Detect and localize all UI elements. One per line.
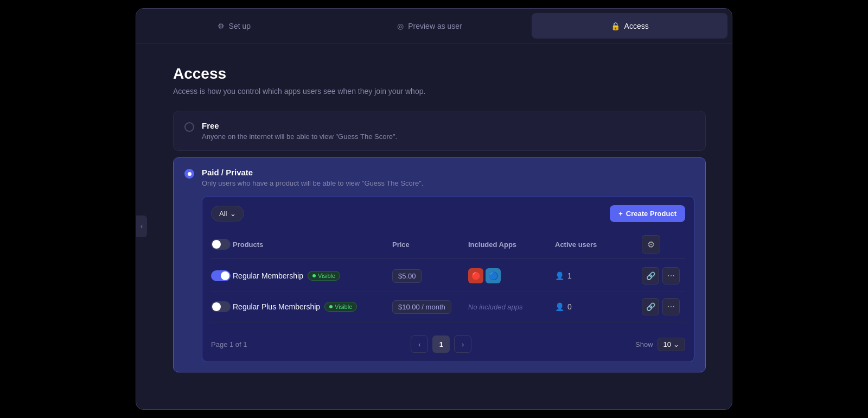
row2-price: $10.00 / month <box>392 300 451 314</box>
nav-label-preview: Preview as user <box>408 22 462 30</box>
included-apps-col-header: Included Apps <box>468 240 555 249</box>
plus-icon: + <box>618 210 623 218</box>
show-label: Show <box>635 340 653 349</box>
page-info: Page 1 of 1 <box>211 340 247 349</box>
option-free-content: Free Anyone on the internet will be able… <box>202 121 397 141</box>
option-paid-label: Paid / Private <box>202 168 694 177</box>
show-select[interactable]: 10 ⌄ <box>658 338 685 351</box>
row2-name-text: Regular Plus Membership <box>233 302 320 311</box>
top-nav: ⚙ Set up ◎ Preview as user 🔒 Access <box>136 9 732 43</box>
active-users-col-header: Active users <box>555 240 642 249</box>
main-content: ‹ Access Access is how you control which… <box>136 43 732 409</box>
table-header: Products Price Included Apps Active user… <box>211 231 685 258</box>
current-page: 1 <box>432 335 450 353</box>
chevron-down-icon: ⌄ <box>230 210 236 218</box>
row1-name-text: Regular Membership <box>233 271 303 280</box>
products-section: All ⌄ + Create Product <box>202 196 694 362</box>
row1-app-icons: 🔴 🔵 <box>468 268 555 283</box>
filter-button[interactable]: All ⌄ <box>211 206 244 221</box>
user-icon: 👤 <box>555 271 564 280</box>
row1-app-icon-red: 🔴 <box>468 268 483 283</box>
row2-product-name: Regular Plus Membership Visible <box>233 302 392 312</box>
collapse-icon: ‹ <box>141 223 143 230</box>
table-row: Regular Membership Visible $5.00 🔴 <box>211 261 685 292</box>
pagination: Page 1 of 1 ‹ 1 › S <box>211 331 685 353</box>
row1-app-icon-blue: 🔵 <box>486 268 501 283</box>
radio-paid-inner <box>188 172 192 176</box>
create-product-label: Create Product <box>626 210 676 218</box>
option-paid-content: Paid / Private Only users who have a pro… <box>202 168 694 362</box>
lock-icon: 🔒 <box>611 22 620 30</box>
option-free[interactable]: Free Anyone on the internet will be able… <box>173 111 706 151</box>
row2-visible-dot <box>329 305 333 308</box>
row2-more-button[interactable]: ⋯ <box>662 298 680 315</box>
row2-toggle-cell <box>211 301 233 312</box>
settings-col-header: ⚙ <box>642 235 685 254</box>
master-toggle[interactable] <box>211 239 231 250</box>
nav-item-preview[interactable]: ◎ Preview as user <box>332 9 528 43</box>
filter-label: All <box>219 210 227 218</box>
row2-no-apps: No included apps <box>468 303 522 311</box>
row1-toggle[interactable] <box>211 270 231 281</box>
chevron-right-icon: › <box>462 340 464 349</box>
table-row: Regular Plus Membership Visible $10.00 /… <box>211 292 685 322</box>
row2-price-cell: $10.00 / month <box>392 300 468 314</box>
products-toolbar: All ⌄ + Create Product <box>211 205 685 222</box>
prev-page-button[interactable]: ‹ <box>411 335 428 353</box>
page-area: Access Access is how you control which a… <box>147 43 732 409</box>
nav-label-setup: Set up <box>229 22 251 30</box>
next-page-button[interactable]: › <box>454 335 471 353</box>
create-product-button[interactable]: + Create Product <box>610 205 685 222</box>
nav-item-access[interactable]: 🔒 Access <box>532 13 727 39</box>
show-controls: Show 10 ⌄ <box>635 338 685 351</box>
page-title: Access <box>173 65 706 83</box>
radio-paid <box>184 169 194 179</box>
row2-user-count: 0 <box>567 302 572 311</box>
row2-app-icons: No included apps <box>468 302 555 312</box>
price-col-header: Price <box>392 240 468 249</box>
row1-more-button[interactable]: ⋯ <box>662 267 680 284</box>
row1-price-cell: $5.00 <box>392 269 468 283</box>
products-col-header: Products <box>233 240 392 249</box>
page-controls: ‹ 1 › <box>411 335 471 353</box>
option-paid-desc: Only users who have a product will be ab… <box>202 179 694 187</box>
row1-link-button[interactable]: 🔗 <box>642 267 659 284</box>
row1-visible-dot <box>312 274 316 277</box>
eye-icon: ◎ <box>397 22 404 30</box>
page-subtitle: Access is how you control which apps use… <box>173 87 706 96</box>
toggle-header <box>211 239 233 250</box>
option-paid[interactable]: Paid / Private Only users who have a pro… <box>173 157 706 372</box>
row2-visible-label: Visible <box>335 303 352 310</box>
nav-item-setup[interactable]: ⚙ Set up <box>136 9 332 43</box>
row2-active-users: 👤 0 <box>555 302 642 311</box>
row1-price: $5.00 <box>392 269 422 283</box>
collapse-handle[interactable]: ‹ <box>136 216 147 237</box>
row1-product-name: Regular Membership Visible <box>233 271 392 281</box>
chevron-left-icon: ‹ <box>418 340 420 349</box>
row2-visible-badge: Visible <box>324 302 357 312</box>
option-free-label: Free <box>202 121 397 130</box>
main-window: ⚙ Set up ◎ Preview as user 🔒 Access ‹ Ac… <box>136 8 732 410</box>
row2-actions: 🔗 ⋯ <box>642 298 685 315</box>
gear-icon: ⚙ <box>218 22 225 30</box>
row1-actions: 🔗 ⋯ <box>642 267 685 284</box>
row1-toggle-cell <box>211 270 233 281</box>
row2-toggle[interactable] <box>211 301 231 312</box>
row2-link-button[interactable]: 🔗 <box>642 298 659 315</box>
show-chevron-icon: ⌄ <box>673 340 679 349</box>
row1-visible-label: Visible <box>318 273 335 279</box>
row1-visible-badge: Visible <box>308 271 340 281</box>
show-value: 10 <box>663 340 671 349</box>
table-settings-button[interactable]: ⚙ <box>642 235 660 254</box>
option-free-desc: Anyone on the internet will be able to v… <box>202 132 397 141</box>
row1-user-count: 1 <box>567 271 572 280</box>
radio-free <box>184 122 194 132</box>
nav-label-access: Access <box>624 22 649 30</box>
row1-active-users: 👤 1 <box>555 271 642 280</box>
user-icon-2: 👤 <box>555 302 564 311</box>
